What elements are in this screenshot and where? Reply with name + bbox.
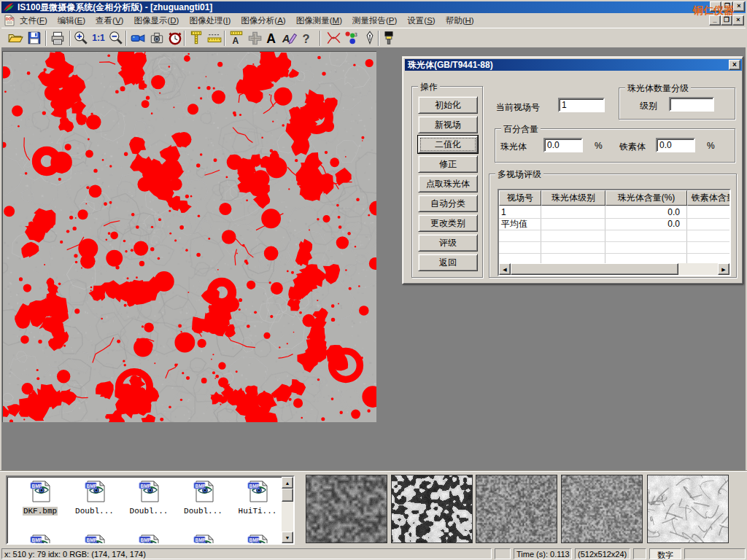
op-button-6[interactable]: 自动分类 (418, 195, 478, 212)
scroll-down-button[interactable]: ▼ (282, 532, 293, 543)
file-item[interactable]: BMPHuiTi... (232, 480, 283, 516)
rating-table: 视场号珠光体级别珠光体含量(%)铁素体含量(%)10.0平均值0.0◀▶ (498, 189, 731, 276)
op-button-5[interactable]: 点取珠光体 (418, 175, 478, 192)
grade-input[interactable] (669, 97, 714, 112)
menu-item[interactable]: 图像处理(I) (189, 15, 231, 27)
zoom-out-button[interactable] (108, 30, 125, 47)
thumbnail-2[interactable] (391, 475, 473, 543)
op-button-8[interactable]: 评级 (418, 234, 478, 252)
op-button-4[interactable]: 修正 (418, 155, 478, 173)
file-list-vscrollbar[interactable]: ▲▼ (282, 477, 293, 543)
svg-text:BMP: BMP (86, 483, 97, 489)
menu-item[interactable]: 帮助(H) (446, 15, 474, 27)
title-bar: IS100显微摄像系统(金相分析版) - [zhuguangti01] (1, 1, 746, 13)
current-field-input[interactable]: 1 (558, 98, 605, 112)
count-markers-button[interactable]: 3 (343, 30, 360, 47)
thumbnail-4[interactable] (561, 475, 643, 543)
save-icon (26, 30, 42, 46)
open-file-button[interactable] (7, 30, 25, 47)
grade-label: 级别 (640, 100, 657, 112)
file-item[interactable]: BMP (69, 534, 120, 545)
menu-item[interactable]: 图像分析(A) (241, 15, 285, 27)
op-button-7[interactable]: 更改类别 (418, 214, 478, 232)
file-item[interactable]: BMP (178, 534, 229, 545)
pearlite-percent-sign: % (595, 141, 603, 151)
scroll-thumb[interactable] (282, 489, 293, 502)
curve-tool-button[interactable] (325, 30, 343, 47)
toolbar-separator (45, 31, 47, 46)
scroll-thumb[interactable] (511, 263, 678, 275)
ferrite-input[interactable]: 0.0 (656, 138, 695, 152)
thumbnail-5[interactable] (647, 475, 729, 543)
measure-ruler-button[interactable] (206, 30, 224, 47)
svg-text:BMP: BMP (32, 483, 43, 489)
menu-item[interactable]: 文件(F) (20, 15, 47, 27)
table-hscrollbar[interactable]: ◀▶ (499, 263, 729, 275)
toolbar-separator (224, 31, 225, 46)
camera-capture-icon (149, 30, 165, 46)
edit-text-icon: A (282, 30, 298, 46)
table-header-2[interactable]: 珠光体级别 (541, 190, 605, 206)
camera-capture-button[interactable] (149, 30, 166, 47)
help-button[interactable]: ? (298, 30, 316, 47)
toolbar-separator (184, 31, 185, 46)
text-annotate-button[interactable]: A (264, 30, 282, 47)
video-capture-button[interactable] (130, 30, 147, 47)
pen-tool-button[interactable] (362, 30, 379, 47)
op-button-1[interactable]: 初始化 (418, 96, 478, 114)
file-item[interactable]: BMPDoubl... (123, 480, 174, 516)
workspace: 珠光体(GB/T9441-88) × 操作 初始化新视场二值化修正点取珠光体自动… (1, 48, 746, 470)
op-button-3[interactable]: 二值化 (418, 136, 478, 153)
svg-text:A: A (266, 31, 276, 46)
toolbar: 1:1AAA?3 (1, 28, 746, 48)
file-item[interactable]: BMPDKF.bmp (15, 480, 66, 516)
toolbar-separator (69, 31, 71, 46)
pearlite-input[interactable]: 0.0 (543, 138, 583, 152)
measure-text-button[interactable]: A (228, 30, 246, 47)
menu-item[interactable]: 测量报告(P) (352, 15, 397, 27)
thumbnail-1[interactable] (306, 475, 387, 543)
zoom-in-button[interactable] (73, 30, 90, 47)
menu-item[interactable]: 图像测量(M) (296, 15, 342, 27)
file-item[interactable]: BMPDoubl... (69, 480, 120, 516)
menu-item[interactable]: 编辑(E) (58, 15, 85, 27)
op-button-9[interactable]: 返回 (418, 254, 478, 271)
svg-text:BMP: BMP (195, 483, 206, 489)
edit-text-button[interactable]: A (282, 30, 299, 47)
actual-size-button[interactable]: 1:1 (90, 30, 108, 47)
micrograph-image[interactable] (2, 51, 376, 422)
op-button-2[interactable]: 新视场 (418, 116, 478, 133)
thumbnail-3[interactable] (476, 475, 557, 543)
scroll-up-button[interactable]: ▲ (282, 477, 293, 489)
file-item[interactable]: BMP (15, 534, 66, 545)
menu-item[interactable]: 图像显示(D) (133, 15, 179, 27)
svg-text:A: A (233, 36, 239, 46)
measure-caliper-button[interactable] (188, 30, 206, 47)
table-header-4[interactable]: 铁素体含量(%) (687, 190, 731, 206)
brush-tool-button[interactable] (381, 30, 398, 47)
svg-text:1:1: 1:1 (92, 33, 105, 43)
measure-caliper-icon (188, 30, 204, 46)
menu-item[interactable]: 查看(V) (96, 15, 123, 27)
measure-text-icon: A (228, 30, 244, 46)
child-close-button[interactable]: × (732, 15, 744, 26)
grid-cross-button[interactable] (247, 30, 264, 47)
print-button[interactable] (50, 30, 67, 47)
scroll-left-button[interactable]: ◀ (499, 263, 511, 275)
file-item[interactable]: BMP (232, 534, 283, 545)
dialog-close-button[interactable]: × (729, 60, 740, 70)
file-item[interactable]: BMPDoubl... (178, 480, 229, 516)
bmp-file-icon: BMP (192, 534, 215, 545)
timer-button[interactable] (167, 30, 185, 47)
save-button[interactable] (26, 30, 44, 47)
file-name: Doubl... (183, 507, 223, 516)
timer-icon (167, 30, 183, 46)
file-item[interactable]: BMP (123, 534, 174, 545)
table-header-1[interactable]: 视场号 (499, 190, 541, 206)
close-button[interactable]: × (733, 1, 745, 12)
text-annotate-icon: A (264, 30, 280, 46)
status-empty-3 (684, 548, 746, 559)
scroll-right-button[interactable]: ▶ (718, 263, 729, 275)
table-header-3[interactable]: 珠光体含量(%) (605, 190, 687, 206)
menu-item[interactable]: 设置(S) (407, 15, 435, 27)
